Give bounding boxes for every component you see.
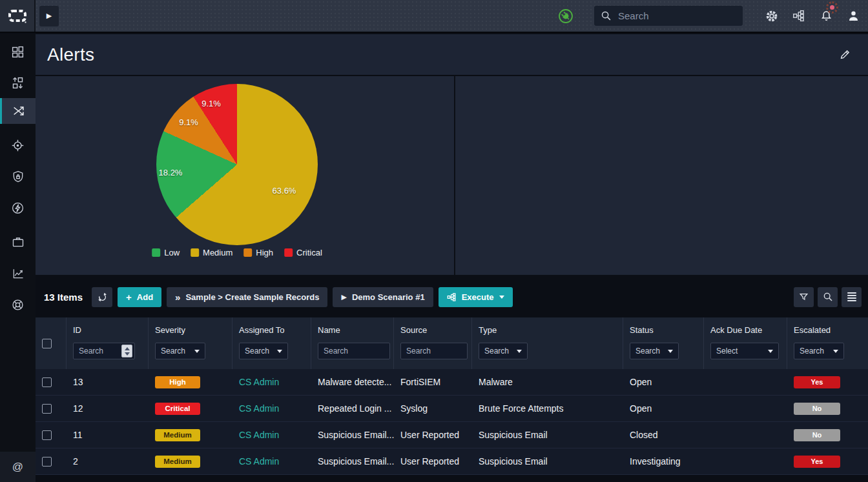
sidebar-item-threat-intel[interactable]: [0, 292, 36, 317]
search-records-button[interactable]: [818, 287, 838, 307]
shuffle-arrows-icon: [12, 104, 26, 118]
pie-chart[interactable]: [156, 84, 318, 245]
sample-records-button[interactable]: » Sample > Create Sample Records: [167, 287, 327, 307]
filter-name-input[interactable]: [324, 346, 384, 356]
main-content: Alerts 18.2% 63.6% 9.1% 9.1% Low Medium: [36, 34, 868, 482]
refresh-icon: [97, 292, 108, 303]
filter-severity-dropdown[interactable]: Search: [155, 343, 205, 359]
pie-legend: Low Medium High Critical: [152, 248, 322, 257]
assigned-link[interactable]: CS Admin: [239, 403, 279, 414]
legend-swatch-critical: [284, 248, 293, 257]
user-profile-icon[interactable]: [840, 0, 867, 32]
select-all-checkbox[interactable]: [42, 339, 52, 348]
global-search-input[interactable]: [618, 10, 747, 21]
wheel-globe-icon: [11, 298, 25, 312]
column-settings-button[interactable]: [842, 287, 862, 307]
refresh-button[interactable]: [92, 287, 112, 307]
table-row[interactable]: 13 High CS Admin Malware detecte... Fort…: [36, 369, 868, 396]
filter-source: [400, 343, 468, 359]
execute-button[interactable]: Execute: [439, 287, 513, 307]
filter-ack-dropdown[interactable]: Select: [710, 343, 779, 359]
playbooks-icon[interactable]: [785, 0, 812, 32]
severity-badge: Medium: [155, 456, 200, 468]
notifications-bell-icon[interactable]: [812, 0, 840, 32]
column-source: Source: [394, 317, 472, 369]
assigned-link[interactable]: CS Admin: [239, 377, 279, 387]
lightning-icon: [11, 201, 25, 215]
severity-badge: High: [155, 376, 200, 388]
pie-label-medium: 63.6%: [273, 186, 296, 196]
filter-type-dropdown[interactable]: Search: [479, 343, 528, 359]
at-sign-icon: @: [12, 461, 23, 474]
funnel-icon: [798, 292, 809, 303]
expand-menu-button[interactable]: ▶: [39, 6, 59, 26]
page-title: Alerts: [47, 45, 94, 65]
escalated-pill: Yes: [794, 376, 840, 388]
sidebar-item-automation[interactable]: [0, 195, 36, 221]
column-type: Type Search: [472, 317, 623, 369]
sidebar-item-hunt[interactable]: [0, 132, 36, 158]
legend-swatch-high: [243, 248, 252, 257]
play-icon: ▶: [341, 294, 346, 301]
left-sidebar: @: [0, 34, 36, 482]
report-chart-icon: [12, 267, 25, 280]
legend-item-critical[interactable]: Critical: [284, 248, 322, 257]
filter-status-dropdown[interactable]: Search: [630, 343, 679, 359]
row-checkbox[interactable]: [42, 430, 52, 440]
assigned-link[interactable]: CS Admin: [239, 456, 279, 467]
filter-assigned-dropdown[interactable]: Search: [239, 343, 288, 359]
sidebar-item-mentions[interactable]: @: [0, 452, 36, 482]
edit-pencil-icon[interactable]: [839, 48, 851, 61]
row-checkbox[interactable]: [42, 457, 52, 467]
double-chevron-icon: »: [175, 292, 180, 302]
demo-scenario-button[interactable]: ▶ Demo Scenario #1: [333, 287, 433, 307]
table-row[interactable]: 12 Critical CS Admin Repeated Login ... …: [36, 396, 868, 422]
empty-widget-panel: [454, 76, 868, 275]
plus-icon: +: [126, 292, 132, 302]
sidebar-item-security[interactable]: [0, 164, 36, 190]
fortinet-logo-icon: [8, 8, 27, 25]
legend-item-low[interactable]: Low: [152, 248, 180, 257]
escalated-pill: Yes: [794, 456, 840, 468]
filter-id: [73, 343, 135, 359]
severity-badge: Critical: [155, 403, 200, 415]
table-row[interactable]: 11 Medium CS Admin Suspicious Email... U…: [36, 422, 868, 448]
sidebar-item-reports[interactable]: [0, 261, 36, 286]
dashboard-icon: [11, 45, 25, 59]
severity-badge: Medium: [155, 429, 200, 441]
escalated-pill: No: [794, 403, 840, 415]
widgets-row: 18.2% 63.6% 9.1% 9.1% Low Medium High: [36, 76, 868, 275]
column-name: Name: [311, 317, 394, 369]
top-navbar: ▶: [0, 0, 868, 33]
search-icon: [601, 10, 612, 21]
connector-status-icon[interactable]: [558, 8, 574, 24]
number-spinner[interactable]: [121, 345, 132, 357]
sidebar-item-queue-management[interactable]: [0, 70, 36, 95]
caret-down-icon: [499, 296, 504, 299]
sidebar-item-case-management[interactable]: [0, 229, 36, 255]
global-search: [594, 6, 743, 26]
crosshair-icon: [11, 139, 25, 152]
legend-item-medium[interactable]: Medium: [191, 248, 232, 257]
legend-item-high[interactable]: High: [243, 248, 273, 257]
column-status: Status Search: [623, 317, 704, 369]
queue-icon: [11, 76, 25, 90]
app-logo[interactable]: [0, 0, 36, 32]
settings-gear-icon[interactable]: [758, 0, 785, 32]
column-id: ID: [67, 317, 149, 369]
row-checkbox[interactable]: [42, 404, 52, 414]
briefcase-icon: [12, 236, 25, 248]
table-row[interactable]: 2 Medium CS Admin Suspicious Email... Us…: [36, 448, 868, 475]
severity-pie-panel: 18.2% 63.6% 9.1% 9.1% Low Medium High: [36, 76, 454, 275]
add-button[interactable]: + Add: [118, 287, 161, 307]
column-ack-due-date: Ack Due Date Select: [704, 317, 787, 369]
filter-name: [318, 343, 390, 359]
playbook-execute-icon: [447, 292, 457, 302]
sidebar-item-dashboard[interactable]: [0, 39, 36, 65]
filter-button[interactable]: [794, 287, 814, 307]
sidebar-item-incidents-alerts[interactable]: [0, 98, 36, 124]
assigned-link[interactable]: CS Admin: [239, 430, 279, 440]
filter-escalated-dropdown[interactable]: Search: [794, 343, 844, 359]
row-checkbox[interactable]: [42, 377, 52, 387]
filter-source-input[interactable]: [406, 346, 462, 356]
